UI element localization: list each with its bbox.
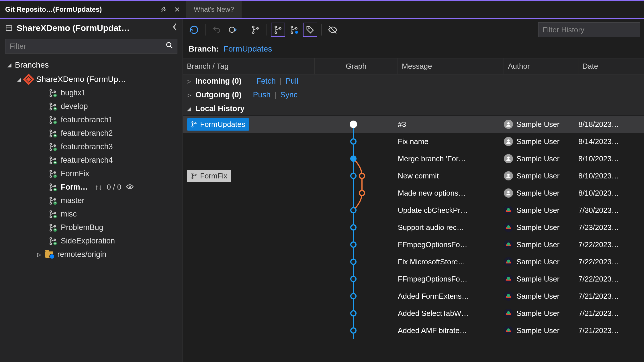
commit-date: 7/21/2023… xyxy=(578,309,644,318)
branch-item-bugfix1[interactable]: bugfix1 xyxy=(0,86,183,100)
incoming-section[interactable]: ▷ Incoming (0) Fetch | Pull xyxy=(183,74,644,88)
commit-message: Update cbCheckPr… xyxy=(398,206,504,215)
branch-icon xyxy=(49,116,57,124)
push-link[interactable]: Push xyxy=(253,91,271,99)
branch-item-featurebranch1[interactable]: featurebranch1 xyxy=(0,113,183,127)
commit-row[interactable]: Added SelectTabW… Sample User 7/21/2023… xyxy=(183,305,644,322)
branches-header[interactable]: ◢ Branches xyxy=(0,58,183,72)
filter-input[interactable] xyxy=(5,39,162,54)
commit-author-cell: Sample User xyxy=(504,274,578,284)
commit-graph-cell xyxy=(315,236,398,253)
commit-row[interactable]: Added FormExtens… Sample User 7/21/2023… xyxy=(183,288,644,305)
branch-tag[interactable]: FormFix xyxy=(187,170,231,182)
refresh-button[interactable] xyxy=(187,23,201,37)
branch-item-featurebranch2[interactable]: featurebranch2 xyxy=(0,127,183,140)
commit-author-cell: Sample User xyxy=(504,120,578,129)
expand-icon: ◢ xyxy=(7,62,11,68)
col-date[interactable]: Date xyxy=(578,58,644,74)
expand-icon: ▷ xyxy=(187,78,191,84)
branch-item-develop[interactable]: develop xyxy=(0,100,183,113)
toolbar xyxy=(183,19,644,41)
pin-icon[interactable] xyxy=(160,5,168,13)
commit-row[interactable]: FFmpegOptionsFo… Sample User 7/22/2023… xyxy=(183,236,644,253)
fetch-link[interactable]: Fetch xyxy=(257,77,276,85)
commit-date: 7/21/2023… xyxy=(578,292,644,301)
col-graph[interactable]: Graph xyxy=(315,58,398,74)
svg-point-48 xyxy=(50,224,52,226)
undo-button[interactable] xyxy=(210,23,224,37)
close-icon[interactable] xyxy=(173,5,181,13)
branch-item-sideexploration[interactable]: SideExploration xyxy=(0,234,183,248)
repo-node[interactable]: ◢ ShareXDemo (FormUp… xyxy=(0,72,183,86)
svg-point-7 xyxy=(50,89,52,91)
branch-item-problembug[interactable]: ProblemBug xyxy=(0,221,183,234)
commit-row[interactable]: FFmpegOptionsFo… Sample User 7/22/2023… xyxy=(183,270,644,288)
tab-git-repo[interactable]: Git Reposito…(FormUpdates) xyxy=(0,0,186,18)
local-branches-button[interactable] xyxy=(271,23,285,37)
branch-item-featurebranch4[interactable]: featurebranch4 xyxy=(0,154,183,167)
tags-button[interactable] xyxy=(303,23,317,37)
sync-link[interactable]: Sync xyxy=(280,91,297,99)
commit-date: 7/30/2023… xyxy=(578,206,644,215)
branch-item-featurebranch3[interactable]: featurebranch3 xyxy=(0,140,183,154)
commit-author: Sample User xyxy=(516,137,559,146)
commit-row[interactable]: Added AMF bitrate… Sample User 7/21/2023… xyxy=(183,322,644,339)
commit-message: Fix name xyxy=(398,137,504,146)
branch-item-formfix[interactable]: FormFix xyxy=(0,167,183,180)
branch-tag[interactable]: FormUpdates xyxy=(187,118,249,131)
hide-unreachable-button[interactable] xyxy=(326,23,340,37)
branch-indicator: Branch: FormUpdates xyxy=(183,41,644,58)
back-chevron-icon[interactable] xyxy=(172,23,177,33)
commit-row[interactable]: Fix name Sample User 8/14/2023… xyxy=(183,133,644,150)
commit-row[interactable]: Fix MicrosoftStore… Sample User 7/22/202… xyxy=(183,253,644,270)
commit-graph-cell xyxy=(315,150,398,167)
svg-point-58 xyxy=(252,32,254,34)
svg-point-52 xyxy=(50,237,52,239)
svg-point-15 xyxy=(50,116,52,118)
svg-point-57 xyxy=(252,26,254,28)
commit-row[interactable]: Made new options… Sample User 8/10/2023… xyxy=(183,184,644,202)
svg-point-44 xyxy=(50,210,52,212)
branch-item-master[interactable]: master xyxy=(0,194,183,207)
branch-item-misc[interactable]: misc xyxy=(0,207,183,221)
remote-branches-button[interactable] xyxy=(287,23,301,37)
outgoing-section[interactable]: ▷ Outgoing (0) Push | Sync xyxy=(183,88,644,102)
svg-point-40 xyxy=(50,197,52,199)
col-message[interactable]: Message xyxy=(398,58,504,74)
commit-row[interactable]: FormUpdates #3 Sample User 8/18/2023… xyxy=(183,116,644,133)
branch-icon xyxy=(49,170,57,178)
eye-icon[interactable] xyxy=(126,183,134,192)
commit-row[interactable]: Support audio rec… Sample User 7/23/2023… xyxy=(183,219,644,236)
tab-whats-new[interactable]: What's New? xyxy=(186,1,242,18)
col-author[interactable]: Author xyxy=(504,58,578,74)
filter-history-input[interactable] xyxy=(543,25,636,34)
branch-name: featurebranch3 xyxy=(61,142,113,151)
commit-date: 8/14/2023… xyxy=(578,137,644,146)
commit-row[interactable]: Merge branch 'For… Sample User 8/10/2023… xyxy=(183,150,644,167)
repo-icon xyxy=(5,24,13,32)
commit-row[interactable]: FormFix New commit Sample User 8/10/2023… xyxy=(183,167,644,184)
branch-graph-button[interactable] xyxy=(248,23,263,37)
search-icon[interactable] xyxy=(162,42,177,51)
commit-author: Sample User xyxy=(516,206,559,215)
svg-point-24 xyxy=(50,149,52,150)
commit-date: 8/10/2023… xyxy=(578,154,644,163)
local-history-section[interactable]: ◢ Local History xyxy=(183,102,644,116)
pull-link[interactable]: Pull xyxy=(285,77,298,85)
svg-point-64 xyxy=(291,32,293,34)
commit-author: Sample User xyxy=(516,326,559,335)
svg-point-11 xyxy=(50,103,52,105)
col-branch-tag[interactable]: Branch / Tag xyxy=(183,58,315,74)
commit-message: Support audio rec… xyxy=(398,223,504,232)
branch-item-form[interactable]: Form… ↑↓ 0 / 0 xyxy=(0,180,183,194)
remotes-node[interactable]: ▷ remotes/origin xyxy=(0,248,183,261)
commit-author-cell: Sample User xyxy=(504,309,578,318)
current-branch-name[interactable]: FormUpdates xyxy=(224,44,272,53)
commit-message: Added FormExtens… xyxy=(398,292,504,301)
redo-button[interactable] xyxy=(226,23,240,37)
commit-author-cell: Sample User xyxy=(504,188,578,198)
expand-icon: ▷ xyxy=(37,251,41,258)
commit-author-cell: Sample User xyxy=(504,326,578,335)
commit-row[interactable]: Update cbCheckPr… Sample User 7/30/2023… xyxy=(183,202,644,219)
repo-node-label: ShareXDemo (FormUp… xyxy=(36,75,126,84)
